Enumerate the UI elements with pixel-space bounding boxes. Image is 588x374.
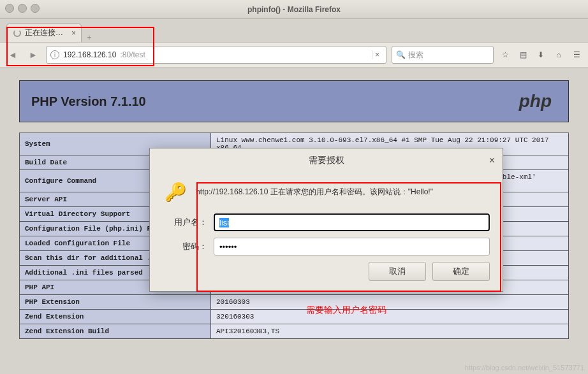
home-icon[interactable]: ⌂ (552, 50, 565, 59)
password-label: 密码： (163, 241, 207, 252)
dialog-close-icon[interactable]: × (489, 155, 495, 166)
auth-dialog: 需要授权 × 🔑 http://192.168.126.10 正在请求您的用户名… (149, 148, 503, 292)
table-key: PHP Extension (20, 295, 211, 310)
search-placeholder: 搜索 (408, 50, 423, 61)
table-value: API320160303,TS (211, 324, 569, 339)
window-min-button[interactable] (18, 4, 27, 13)
tab-label: 正在连接… (25, 27, 63, 38)
menu-icon[interactable]: ☰ (570, 50, 583, 59)
tab-close-icon[interactable]: × (71, 29, 76, 38)
back-button[interactable]: ◄ (5, 47, 20, 62)
table-key: Zend Extension Build (20, 324, 211, 339)
window-close-button[interactable] (5, 4, 14, 13)
dialog-title: 需要授权 (309, 155, 344, 165)
downloads-icon[interactable]: ⬇ (534, 50, 547, 59)
key-icon: 🔑 (163, 179, 188, 205)
browser-tab[interactable]: 正在连接… × (6, 23, 82, 42)
search-bar[interactable]: 🔍 搜索 (392, 46, 494, 64)
ok-button[interactable]: 确定 (432, 262, 490, 281)
php-logo-icon: php (514, 90, 557, 113)
table-key: Zend Extension (20, 310, 211, 324)
window-title: phpinfo() - Mozilla Firefox (247, 5, 341, 14)
table-row: PHP Extension20160303 (20, 295, 569, 310)
table-row: Zend Extension BuildAPI320160303,TS (20, 324, 569, 339)
php-version-title: PHP Version 7.1.10 (31, 94, 146, 109)
table-row: Zend Extension320160303 (20, 310, 569, 324)
bookmark-star-icon[interactable]: ☆ (499, 50, 511, 59)
forward-button[interactable]: ► (26, 47, 41, 62)
username-label: 用户名： (163, 217, 207, 228)
library-icon[interactable]: ▤ (517, 50, 529, 59)
url-path: :80/test (120, 50, 145, 59)
table-value: 20160303 (211, 295, 569, 310)
table-value: 320160303 (211, 310, 569, 324)
url-host: 192.168.126.10 (63, 50, 116, 59)
password-input[interactable] (214, 238, 490, 255)
username-input[interactable] (214, 213, 490, 231)
dialog-title-bar: 需要授权 × (150, 148, 503, 173)
nav-toolbar: ◄ ► i 192.168.126.10:80/test × 🔍 搜索 ☆ ▤ … (0, 42, 588, 68)
dialog-message: http://192.168.126.10 正在请求您的用户名和密码。该网站说：… (196, 187, 490, 198)
new-tab-button[interactable]: + (82, 33, 97, 42)
search-icon: 🔍 (396, 50, 406, 59)
tab-bar: 正在连接… × + (0, 19, 588, 42)
url-clear-icon[interactable]: × (372, 50, 382, 59)
watermark-text: https://blog.csdn.net/weixin_51573771 (465, 364, 584, 371)
php-header: PHP Version 7.1.10 php (19, 80, 569, 122)
url-bar[interactable]: i 192.168.126.10:80/test × (46, 46, 386, 64)
window-max-button[interactable] (31, 4, 40, 13)
window-titlebar: phpinfo() - Mozilla Firefox (0, 0, 588, 19)
loading-spinner-icon (13, 29, 21, 37)
annotation-text: 需要输入用户名密码 (306, 305, 386, 316)
info-icon[interactable]: i (50, 50, 59, 59)
cancel-button[interactable]: 取消 (369, 262, 426, 281)
